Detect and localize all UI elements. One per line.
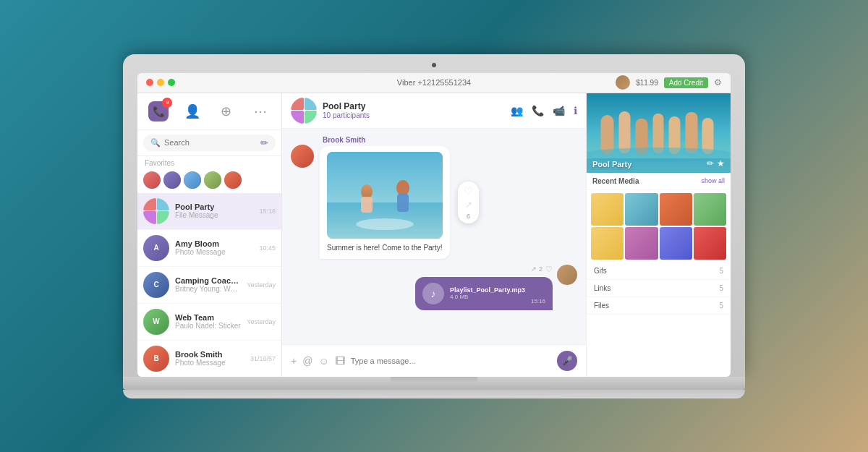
conv-item-pool-party[interactable]: Pool Party File Message 15:16 [137,193,281,230]
conversation-list: Pool Party File Message 15:16 A Amy Bl [137,193,281,377]
traffic-lights [146,79,175,86]
media-thumb-3[interactable] [660,193,692,226]
file-bubble[interactable]: ♪ Playlist_Pool_Party.mp3 4.0 MB 15:16 [415,277,553,310]
media-thumb-2[interactable] [625,193,658,226]
conv-name-pool-party: Pool Party [175,202,253,211]
star-hero-icon[interactable]: ★ [717,158,725,169]
stat-row-gifs[interactable]: Gifs 5 [587,263,731,280]
fav-avatar-3[interactable] [184,171,201,189]
notification-badge: 9 [162,98,172,108]
message-reactions[interactable]: ♡ ↗ 6 [458,182,479,223]
add-member-icon[interactable]: 👥 [511,105,523,116]
camera [432,63,436,67]
heart-icon[interactable]: ♡ [464,185,473,197]
file-info: Playlist_Pool_Party.mp3 4.0 MB [450,286,525,300]
conv-avatar-pool-party [143,198,169,224]
mic-button[interactable]: 🎤 [557,351,577,371]
media-thumb-5[interactable] [591,227,624,260]
input-bar: + @ ☺ 🎞 🎤 [282,344,586,377]
conv-item-brook-smith[interactable]: B Brook Smith Photo Message 31/10/57 [137,341,281,377]
like-icon[interactable]: ♡ [545,265,553,274]
settings-icon[interactable]: ⚙ [714,77,722,88]
message-bubble-1: Brook Smith [320,136,450,259]
links-label: Links [594,284,610,292]
panel-hero-image: Pool Party ✏ ★ [587,93,731,173]
gifs-count: 5 [719,267,723,275]
favorites-label: Favorites [137,156,281,169]
fav-avatar-4[interactable] [204,171,221,189]
conv-item-camping[interactable]: C Camping Coachella Britney Young: We ar… [137,267,281,304]
file-sender-avatar [557,265,577,285]
stat-row-files[interactable]: Files 5 [587,297,731,315]
viber-tab[interactable]: 📞 9 [146,99,171,124]
filesize: 4.0 MB [450,294,525,300]
files-count: 5 [719,302,723,310]
edit-hero-icon[interactable]: ✏ [707,158,714,169]
conv-name-web: Web Team [175,313,241,322]
conv-time-web: Yesterday [247,318,276,325]
sender-avatar [291,145,314,168]
likes-count: 2 [539,265,542,273]
fav-avatar-1[interactable] [143,171,161,189]
conv-item-web-team[interactable]: W Web Team Paulo Nadel: Sticker Yesterda… [137,304,281,341]
file-type-icon: ♪ [422,283,444,304]
info-icon[interactable]: ℹ [574,105,577,116]
gifs-label: Gifs [594,267,607,275]
media-thumb-4[interactable] [694,193,726,226]
conv-item-amy-bloom[interactable]: A Amy Bloom Photo Message 10:45 [137,230,281,267]
share-icon[interactable]: ↗ [465,200,472,210]
fav-avatar-2[interactable] [163,171,181,189]
svg-rect-13 [686,112,698,153]
right-panel: Pool Party ✏ ★ Recent Media show all [586,93,731,377]
media-thumb-1[interactable] [591,193,624,226]
video-call-icon[interactable]: 📹 [553,105,565,116]
sticker-icon[interactable]: ☺ [318,355,328,367]
credit-balance: $11.99 [636,79,658,87]
emoji-icon[interactable]: @ [302,355,312,367]
svg-point-6 [356,218,414,230]
svg-rect-3 [361,197,373,213]
svg-rect-9 [619,111,631,153]
media-thumb-8[interactable] [694,227,726,260]
show-all-link[interactable]: show all [701,177,725,184]
explore-icon[interactable]: ⊕ [214,99,239,124]
media-thumb-7[interactable] [660,227,692,260]
recent-media-title: Recent Media [592,177,639,185]
chat-header: Pool Party 10 participants 👥 📞 📹 ℹ [282,93,586,129]
file-time: 15:16 [531,298,545,304]
message-image [327,152,443,239]
compose-icon[interactable]: ✏ [260,137,268,148]
conv-info-brook: Brook Smith Photo Message [175,350,244,367]
call-icon[interactable]: 📞 [532,105,544,116]
stat-row-links[interactable]: Links 5 [587,280,731,297]
attach-icon[interactable]: + [291,355,297,367]
file-message-wrap: ↗ 2 ♡ ♪ Playlist_Pool_Party.mp3 4.0 MB [415,265,553,310]
messages-area: Brook Smith [282,129,586,344]
reaction-count: 6 [467,213,470,220]
more-icon[interactable]: ⋯ [248,99,273,124]
links-count: 5 [719,284,723,292]
user-avatar[interactable] [616,75,630,90]
chat-header-actions: 👥 📞 📹 ℹ [511,105,577,116]
chat-title: Pool Party [323,101,505,111]
screen: Viber +12125551234 $11.99 Add Credit ⚙ 📞… [137,73,731,377]
conv-preview-camping: Britney Young: We are near the entrance!… [175,285,241,293]
fav-avatar-5[interactable] [224,171,242,189]
media-thumb-6[interactable] [625,227,658,260]
message-text-1: Summer is here! Come to the Party! [327,243,443,253]
conv-avatar-brook: B [143,346,169,372]
conv-avatar-web: W [143,309,169,335]
contacts-icon[interactable]: 👤 [180,99,205,124]
search-input[interactable] [164,138,257,147]
svg-point-4 [396,180,409,196]
maximize-button[interactable] [168,79,175,86]
message-input[interactable] [351,357,551,365]
search-icon: 🔍 [150,138,161,148]
file-likes: ↗ 2 [531,265,542,273]
add-credit-button[interactable]: Add Credit [664,77,708,88]
gif-icon[interactable]: 🎞 [335,355,345,367]
conv-name-camping: Camping Coachella [175,276,241,285]
svg-rect-5 [397,194,409,212]
close-button[interactable] [146,79,153,86]
minimize-button[interactable] [157,79,164,86]
